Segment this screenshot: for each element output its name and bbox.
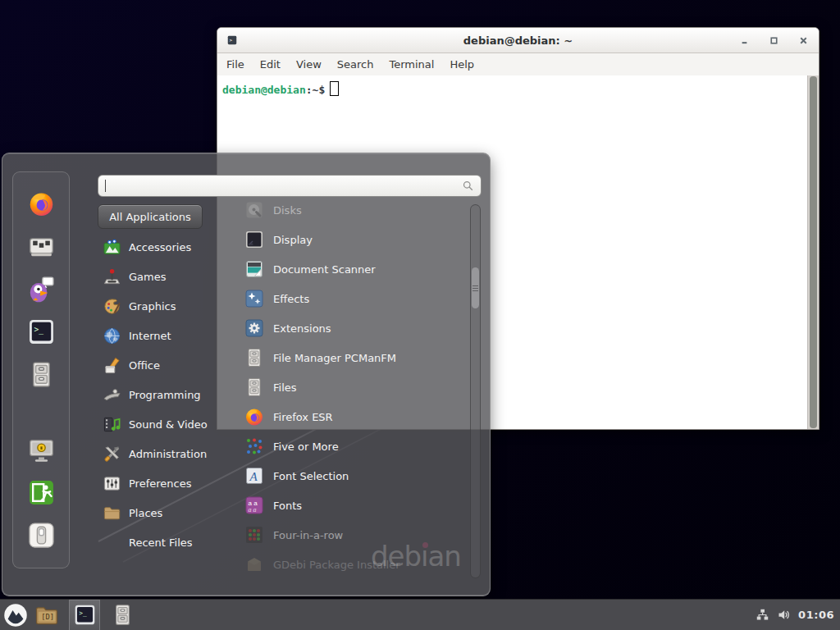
search-input[interactable]	[104, 180, 462, 192]
places-icon	[103, 504, 121, 523]
terminal-titlebar[interactable]: > debian@debian: ~	[217, 28, 819, 53]
shutdown-icon	[28, 522, 55, 549]
app-extensions[interactable]: Extensions	[224, 313, 467, 343]
app-label: GDebi Package Installer	[273, 559, 400, 571]
application-list-scrollbar-thumb[interactable]	[472, 267, 479, 308]
favorite-file-cabinet-button[interactable]	[13, 353, 69, 395]
favorite-pidgin-button[interactable]	[13, 267, 69, 310]
maximize-button[interactable]	[769, 35, 779, 46]
application-list-scrollbar[interactable]	[470, 204, 481, 578]
category-sound-and-video[interactable]: Sound & Video	[99, 409, 221, 439]
svg-text:a a: a a	[249, 506, 257, 514]
svg-text:[D]: [D]	[41, 612, 54, 620]
menubar-item-view[interactable]: View	[296, 58, 322, 71]
shutdown-button[interactable]	[13, 514, 69, 556]
category-internet[interactable]: Internet	[99, 321, 221, 350]
window-controls	[739, 35, 809, 46]
firefox-icon	[28, 190, 55, 217]
clock[interactable]: 01:06	[798, 609, 834, 621]
app-files[interactable]: Files	[224, 372, 467, 402]
terminal-scrollbar[interactable]	[807, 75, 819, 429]
four-in-a-row-icon	[244, 525, 264, 545]
lock-screen-icon	[28, 436, 55, 463]
games-icon	[103, 267, 121, 286]
app-five-or-more[interactable]: Five or More	[224, 431, 467, 461]
filter-all-applications-label: All Applications	[109, 211, 191, 223]
internet-icon	[103, 326, 121, 345]
preferences-icon	[103, 474, 121, 493]
category-games[interactable]: Games	[99, 262, 221, 291]
category-graphics[interactable]: Graphics	[99, 291, 221, 321]
category-office[interactable]: Office	[99, 350, 221, 380]
volume-icon[interactable]	[777, 608, 791, 622]
favorite-terminal-button[interactable]: >_	[13, 310, 69, 353]
category-recent-files[interactable]: Recent Files	[99, 527, 221, 557]
category-label: Sound & Video	[129, 418, 208, 431]
application-list: DisksDisplayDocument ScannerEffectsExten…	[224, 195, 467, 579]
document-scanner-icon	[244, 259, 264, 279]
app-label: Files	[273, 381, 297, 394]
menubar-item-terminal[interactable]: Terminal	[389, 58, 434, 71]
file-cabinet-icon	[112, 604, 134, 626]
category-label: Office	[129, 359, 160, 372]
terminal-mini-icon[interactable]: >	[226, 34, 238, 46]
app-disks[interactable]: Disks	[224, 195, 467, 225]
svg-text:>: >	[230, 38, 233, 43]
menu-button-icon	[3, 603, 28, 628]
app-fonts[interactable]: a aa aFonts	[224, 491, 467, 520]
disks-icon	[244, 200, 264, 220]
app-label: Display	[273, 234, 313, 246]
network-icon[interactable]	[756, 608, 769, 622]
app-display[interactable]: Display	[224, 225, 467, 254]
menubar-item-edit[interactable]: Edit	[260, 58, 281, 71]
menu-button[interactable]	[0, 600, 31, 630]
category-label: Accessories	[129, 241, 191, 253]
system-tray: 01:06	[756, 608, 840, 622]
terminal-scrollbar-thumb[interactable]	[810, 76, 817, 428]
category-accessories[interactable]: Accessories	[99, 232, 221, 262]
file-manager-launcher[interactable]: [D]	[31, 600, 62, 630]
app-label: Firefox ESR	[273, 411, 333, 423]
category-programming[interactable]: Programming	[99, 380, 221, 409]
logout-button[interactable]	[13, 471, 69, 514]
app-gdebi-package-installer[interactable]: GDebi Package Installer	[224, 550, 467, 579]
fonts-icon: a aa a	[244, 495, 264, 515]
font-selection-icon: A	[244, 466, 264, 486]
programming-icon	[103, 386, 121, 404]
app-document-scanner[interactable]: Document Scanner	[224, 254, 467, 284]
favorite-control-center-button[interactable]	[13, 225, 69, 267]
menubar-item-file[interactable]: File	[226, 58, 244, 71]
category-preferences[interactable]: Preferences	[99, 468, 221, 498]
category-label: Graphics	[129, 300, 176, 313]
lock-screen-button[interactable]	[13, 428, 69, 471]
category-label: Preferences	[129, 477, 191, 490]
app-font-selection[interactable]: AFont Selection	[224, 461, 467, 491]
five-or-more-icon	[244, 436, 264, 456]
prompt-user-host: debian@debian	[222, 84, 306, 96]
effects-icon	[244, 289, 264, 308]
category-administration[interactable]: Administration	[99, 439, 221, 468]
search-icon	[462, 180, 474, 192]
close-button[interactable]	[798, 35, 809, 46]
app-file-manager-pcmanfm[interactable]: File Manager PCManFM	[224, 343, 467, 372]
app-label: Disks	[273, 204, 302, 217]
terminal-task-button[interactable]: >_	[69, 600, 100, 630]
app-effects[interactable]: Effects	[224, 284, 467, 313]
shell-prompt: debian@debian:~$	[217, 75, 819, 102]
category-list: AccessoriesGamesGraphicsInternetOfficePr…	[99, 232, 221, 557]
filter-all-applications-button[interactable]: All Applications	[98, 204, 203, 229]
category-places[interactable]: Places	[99, 498, 221, 527]
menubar-item-search[interactable]: Search	[337, 58, 374, 71]
files-task-button[interactable]	[107, 600, 138, 630]
category-label: Programming	[129, 389, 201, 401]
favorite-firefox-button[interactable]	[13, 182, 69, 225]
extensions-icon	[244, 318, 264, 338]
app-four-in-a-row[interactable]: Four-in-a-row	[224, 520, 467, 550]
category-icon-spacer	[103, 533, 121, 552]
menubar-item-help[interactable]: Help	[450, 58, 474, 71]
minimize-button[interactable]	[739, 35, 750, 46]
app-label: Document Scanner	[273, 263, 376, 276]
firefox-icon	[244, 407, 264, 427]
app-firefox-esr[interactable]: Firefox ESR	[224, 402, 467, 431]
category-label: Games	[129, 271, 166, 283]
